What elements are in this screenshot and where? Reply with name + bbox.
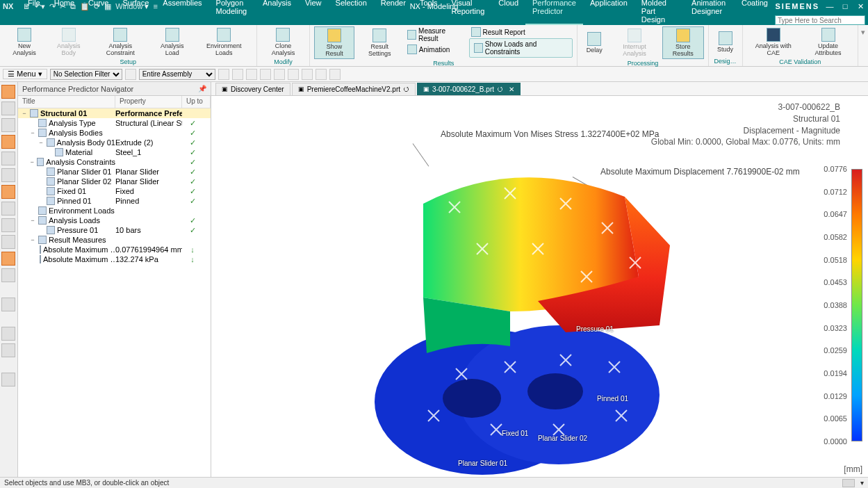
status-chevron-icon[interactable]: ▾	[860, 479, 864, 487]
tree-row[interactable]: Absolute Maximum …0.07761994964 mm↓	[18, 245, 211, 254]
interrupt-analysis-button[interactable]: Interrupt Analysis	[609, 26, 660, 59]
store-results-button[interactable]: Store Results	[662, 26, 704, 59]
tab-selection[interactable]: Selection	[329, 0, 374, 25]
tree-row[interactable]: −Analysis Body 01Extrude (2)✓	[18, 138, 211, 147]
col-property[interactable]: Property	[115, 96, 182, 108]
grid-icon[interactable]: ▦	[104, 2, 111, 11]
history-icon[interactable]	[1, 185, 15, 199]
show-result-button[interactable]: Show Result	[314, 26, 354, 59]
copy-icon[interactable]: ⧉	[70, 2, 76, 11]
study-button[interactable]: Study	[713, 26, 738, 57]
tb-icon-4[interactable]	[260, 69, 271, 80]
status-indicator-icon[interactable]	[842, 479, 855, 487]
tree-row[interactable]: −Structural 01Performance Preferred	[18, 108, 211, 118]
assembly-filter-select[interactable]: Entire Assembly	[139, 69, 215, 80]
tab-view[interactable]: View	[298, 0, 329, 25]
window-menu[interactable]: Window ▾	[115, 2, 149, 11]
checkmate-icon[interactable]	[1, 298, 15, 311]
document-tab[interactable]: ▣Discovery Center	[215, 83, 290, 95]
tab-assemblies[interactable]: Assemblies	[156, 0, 208, 25]
sync-icon[interactable]: ⟳	[94, 2, 100, 11]
menu-dropdown[interactable]: ☰ Menu ▾	[3, 69, 47, 79]
tree-row[interactable]: −Analysis Constraints✓	[18, 157, 211, 167]
tab-animation-designer[interactable]: Animation Designer	[685, 0, 735, 25]
tab-coating[interactable]: Coating	[735, 0, 775, 25]
analysis-constraint-button[interactable]: Analysis Constraint	[92, 26, 148, 58]
redo-icon[interactable]: ↷	[49, 2, 56, 11]
new-analysis-button[interactable]: New Analysis	[4, 26, 44, 58]
tree-row[interactable]: Analysis TypeStructural (Linear Statics)…	[18, 118, 211, 128]
environment-loads-button[interactable]: Environment Loads	[196, 26, 252, 58]
tb-icon-8[interactable]	[316, 69, 327, 80]
tree-row[interactable]: Environment Loads	[18, 206, 211, 215]
roles-icon[interactable]	[1, 235, 15, 249]
cut-icon[interactable]: ✂	[60, 2, 66, 11]
tb-icon-3[interactable]	[246, 69, 257, 80]
minimize-button[interactable]: —	[825, 2, 835, 10]
clock-icon[interactable]	[1, 343, 15, 357]
filter-options-icon[interactable]	[125, 69, 136, 80]
ribbon-overflow-icon[interactable]: ▾	[858, 25, 868, 66]
animation-button[interactable]: Animation	[405, 44, 466, 55]
restore-button[interactable]: □	[840, 2, 850, 10]
col-title[interactable]: Title	[18, 96, 115, 108]
col-upto[interactable]: Up to	[182, 96, 211, 108]
tree-row[interactable]: Absolute Maximum …132.274 kPa↓	[18, 254, 211, 264]
tab-render[interactable]: Render	[374, 0, 413, 25]
tree-row[interactable]: −Result Measures	[18, 235, 211, 245]
tb-icon-5[interactable]	[274, 69, 285, 80]
tab-cloud[interactable]: Cloud	[491, 0, 525, 25]
measure-result-button[interactable]: Measure Result	[405, 26, 466, 43]
part-navigator-icon[interactable]	[1, 85, 15, 99]
clone-analysis-button[interactable]: Clone Analysis	[261, 26, 305, 58]
manufacturing-icon[interactable]	[1, 268, 15, 282]
tab-analysis[interactable]: Analysis	[256, 0, 298, 25]
selection-filter-select[interactable]: No Selection Filter	[50, 69, 122, 80]
update-attributes-button[interactable]: Update Attributes	[803, 26, 853, 58]
result-report-button[interactable]: Result Report	[469, 26, 573, 38]
constraint-navigator-icon[interactable]	[1, 118, 15, 132]
analysis-body-button[interactable]: Analysis Body	[47, 26, 90, 58]
tab-polygon-modeling[interactable]: Polygon Modeling	[209, 0, 256, 25]
qat-overflow-icon[interactable]: ≡	[153, 2, 157, 10]
reuse-library-icon[interactable]	[1, 135, 15, 149]
graphics-viewport[interactable]: 3-007-000622_B Structural 01 Displacemen…	[211, 96, 868, 477]
tree-row[interactable]: −Analysis Loads✓	[18, 215, 211, 225]
analysis-with-cae-button[interactable]: Analysis with CAE	[747, 26, 801, 58]
undo-icon[interactable]: ↶▾	[35, 2, 45, 11]
assembly-navigator-icon[interactable]	[1, 101, 15, 115]
visual-report-icon[interactable]	[1, 327, 15, 341]
tree-row[interactable]: Pinned 01Pinned✓	[18, 196, 211, 206]
document-tab[interactable]: ▣PremiereCoffeeMachineV2.prt ⭯	[292, 83, 416, 95]
capture-icon[interactable]	[1, 373, 15, 387]
tb-icon-6[interactable]	[288, 69, 299, 80]
save-icon[interactable]: 🗎	[23, 2, 31, 10]
web-browser-icon[interactable]	[1, 168, 15, 182]
delay-button[interactable]: Delay	[582, 26, 607, 59]
tree-row[interactable]: −Analysis Bodies✓	[18, 128, 211, 138]
tab-performance-predictor[interactable]: Performance Predictor	[525, 0, 583, 25]
close-button[interactable]: ✕	[855, 2, 865, 11]
process-studio-icon[interactable]	[1, 202, 15, 215]
close-tab-icon[interactable]: ✕	[509, 86, 514, 93]
search-input[interactable]	[775, 15, 865, 25]
tree-row[interactable]: MaterialSteel_1✓	[18, 147, 211, 157]
tb-icon-1[interactable]	[218, 69, 229, 80]
document-tab[interactable]: ▣3-007-000622_B.prt ⭯✕	[417, 83, 521, 95]
tree-row[interactable]: Planar Slider 01Planar Slider✓	[18, 167, 211, 177]
tree-row[interactable]: Planar Slider 02Planar Slider✓	[18, 177, 211, 186]
tree-row[interactable]: Pressure 0110 bars✓	[18, 225, 211, 235]
tab-molded-part-design[interactable]: Molded Part Design	[634, 0, 685, 25]
tb-icon-9[interactable]	[329, 69, 341, 80]
pin-icon[interactable]: 📌	[198, 85, 206, 92]
performance-predictor-icon[interactable]	[1, 252, 15, 266]
system-scene-icon[interactable]	[1, 218, 15, 232]
tree-row[interactable]: Fixed 01Fixed✓	[18, 186, 211, 196]
result-settings-button[interactable]: Result Settings	[357, 26, 402, 59]
hd3d-tools-icon[interactable]	[1, 152, 15, 165]
tab-application[interactable]: Application	[583, 0, 634, 25]
paste-icon[interactable]: 📋	[80, 2, 90, 11]
analysis-load-button[interactable]: Analysis Load	[151, 26, 193, 58]
tb-icon-2[interactable]	[232, 69, 243, 80]
tb-icon-7[interactable]	[302, 69, 313, 80]
